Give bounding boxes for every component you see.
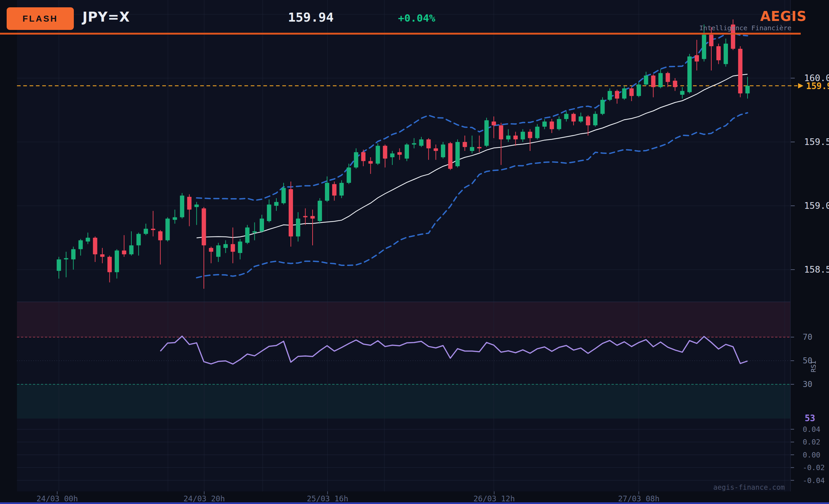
date-tick-label: 25/03 16h — [307, 494, 349, 503]
candle-body — [86, 238, 90, 242]
candle-body — [651, 75, 655, 87]
candle-body — [158, 231, 163, 240]
rsi-axis-title: RSI — [809, 351, 818, 372]
candle-body — [122, 250, 127, 254]
candle-body — [238, 242, 243, 253]
candle-body — [144, 229, 148, 234]
candle-body — [180, 195, 184, 217]
candle-body — [673, 81, 677, 87]
candle-body — [637, 84, 641, 96]
candle-body — [412, 143, 416, 145]
candle-body — [680, 91, 684, 95]
candle-body — [419, 139, 424, 146]
symbol-title: JPY=X — [82, 9, 130, 25]
candle-body — [426, 139, 431, 148]
candle-body — [463, 142, 467, 147]
candle-body — [339, 183, 344, 195]
bottom-accent-strip — [0, 502, 829, 504]
candle-body — [513, 136, 518, 140]
price-tick-label: 159.5 — [804, 137, 829, 147]
site-watermark: aegis-finance.com — [713, 483, 785, 491]
candle-body — [303, 216, 308, 217]
macd-tick-label: 0.02 — [803, 438, 820, 446]
candle-body — [129, 245, 134, 254]
price-marker-label: 159.94 — [806, 81, 829, 91]
candle-body — [622, 88, 626, 99]
price-tick-label: 159.0 — [804, 201, 829, 211]
candle-body — [281, 188, 286, 203]
candle-body — [202, 209, 206, 245]
brand-tagline: Intelligence Financière — [699, 24, 791, 32]
candle-body — [746, 86, 750, 94]
candle-body — [702, 35, 706, 59]
candle-body — [593, 114, 598, 126]
candle-body — [267, 205, 272, 221]
rsi-oversold-zone — [17, 384, 790, 419]
candle-body — [311, 216, 315, 219]
candle-body — [107, 257, 112, 272]
candle-body — [629, 88, 634, 96]
candle-body — [405, 145, 409, 158]
candle-body — [231, 244, 235, 252]
candle-body — [216, 245, 220, 257]
candle-body — [586, 116, 590, 125]
brand-logo: AEGIS — [760, 9, 807, 24]
candle-body — [361, 152, 365, 161]
candle-body — [448, 143, 453, 169]
candle-body — [347, 168, 351, 183]
candle-body — [506, 136, 510, 140]
candle-body — [528, 132, 532, 138]
candle-body — [100, 254, 104, 257]
candle-body — [535, 127, 539, 138]
candle-body — [709, 35, 714, 46]
candle-body — [615, 91, 619, 98]
candle-body — [376, 146, 380, 164]
candle-body — [601, 100, 605, 114]
chart-window: 160.0159.5159.0158.57050300.040.020.00-0… — [0, 0, 829, 504]
candle-body — [441, 145, 445, 157]
candle-body — [57, 259, 61, 271]
candle-body — [571, 114, 576, 122]
macd-tick-label: -0.02 — [803, 463, 825, 472]
candle-body — [209, 248, 213, 252]
candle-body — [434, 148, 438, 151]
date-tick-label: 26/03 12h — [473, 494, 515, 503]
candle-body — [695, 55, 699, 62]
date-tick-label: 24/03 00h — [37, 494, 78, 503]
rsi-last-value: 53 — [805, 413, 815, 423]
candle-body — [456, 142, 460, 166]
candle-body — [260, 218, 264, 231]
candle-body — [64, 258, 68, 259]
candle-body — [354, 152, 358, 168]
candle-body — [724, 43, 728, 64]
candle-body — [542, 122, 547, 127]
candle-body — [564, 114, 569, 119]
candle-body — [521, 132, 525, 139]
price-tick-label: 158.5 — [804, 264, 829, 275]
candle-body — [368, 161, 373, 164]
candle-body — [470, 147, 474, 151]
change-percent: +0.04% — [398, 12, 435, 24]
candle-body — [738, 49, 743, 94]
candle-body — [296, 218, 300, 237]
candle-body — [245, 227, 249, 243]
candle-body — [390, 154, 394, 157]
candle-body — [78, 240, 83, 249]
candle-body — [644, 75, 648, 84]
price-marker-arrow — [798, 83, 803, 88]
candle-body — [666, 73, 670, 82]
flash-button-label: FLASH — [23, 14, 58, 24]
candle-body — [136, 234, 141, 245]
candle-body — [687, 57, 692, 93]
candle-body — [557, 119, 561, 129]
candle-body — [223, 244, 228, 248]
chart-canvas[interactable]: 160.0159.5159.0158.57050300.040.020.00-0… — [0, 0, 829, 504]
candle-body — [115, 250, 119, 272]
flash-button[interactable]: FLASH — [7, 7, 74, 30]
header-rule — [0, 33, 801, 35]
candle-body — [274, 202, 279, 206]
candle-body — [499, 125, 503, 139]
candle-body — [716, 46, 721, 60]
candle-body — [484, 120, 489, 146]
candle-body — [252, 231, 257, 233]
